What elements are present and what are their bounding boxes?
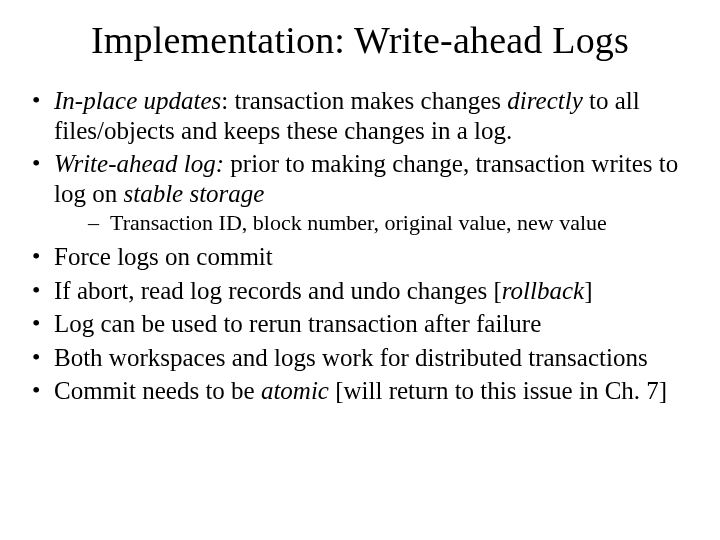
bullet-item: Log can be used to rerun transaction aft… [26, 309, 694, 339]
slide-title: Implementation: Write-ahead Logs [26, 18, 694, 62]
bullet-item: Commit needs to be atomic [will return t… [26, 376, 694, 406]
text-italic: atomic [261, 377, 329, 404]
slide: { "title": "Implementation: Write-ahead … [0, 0, 720, 540]
text-italic: stable storage [123, 180, 264, 207]
bullet-item: If abort, read log records and undo chan… [26, 276, 694, 306]
text-italic: directly [507, 87, 582, 114]
bullet-list: In-place updates: transaction makes chan… [26, 86, 694, 406]
sub-bullet-item: Transaction ID, block number, original v… [54, 210, 694, 236]
text: If abort, read log records and undo chan… [54, 277, 502, 304]
text: Commit needs to be [54, 377, 261, 404]
bullet-item: Write-ahead log: prior to making change,… [26, 149, 694, 236]
bullet-item: In-place updates: transaction makes chan… [26, 86, 694, 145]
text: [will return to this issue in Ch. 7] [329, 377, 667, 404]
text: : transaction makes changes [221, 87, 507, 114]
text-italic: rollback [502, 277, 584, 304]
sub-bullet-list: Transaction ID, block number, original v… [54, 210, 694, 236]
bullet-item: Both workspaces and logs work for distri… [26, 343, 694, 373]
text-italic: In-place updates [54, 87, 221, 114]
text-italic: Write-ahead log: [54, 150, 224, 177]
text: ] [584, 277, 592, 304]
bullet-item: Force logs on commit [26, 242, 694, 272]
